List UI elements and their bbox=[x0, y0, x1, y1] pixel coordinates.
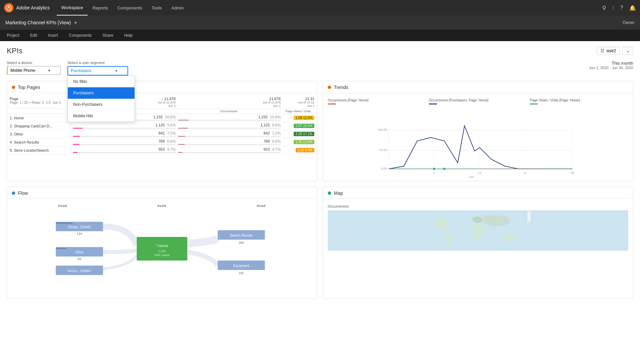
trend-legend-3: Page Views / Visits [Page: Home] bbox=[530, 98, 628, 104]
trend-line-1 bbox=[328, 103, 336, 104]
segment-option-no-filter[interactable]: No filter bbox=[68, 76, 135, 87]
row-page-name: 4. Search Results bbox=[10, 140, 70, 144]
search-icon[interactable]: ⚲ bbox=[602, 5, 606, 11]
nav-right-icons: ⚲ ⁝ ? 🔔 bbox=[602, 5, 636, 11]
third-bar: Project Edit Insert Components Share Hel… bbox=[0, 30, 640, 41]
col-pvv-label: Page Views / Visits bbox=[281, 110, 314, 113]
nav-admin[interactable]: Admin bbox=[167, 0, 188, 16]
device-filter-group: Select a device: Mobile Phone ▼ bbox=[7, 61, 61, 75]
nav-workspace[interactable]: Workspace bbox=[57, 0, 88, 16]
svg-rect-21 bbox=[56, 222, 73, 224]
svg-text:Path Views: Path Views bbox=[154, 253, 170, 257]
expand-button[interactable]: ⌄ bbox=[622, 47, 633, 55]
owner-label: Owner bbox=[623, 20, 635, 25]
col-occ2-label: Occurrences bbox=[176, 110, 281, 113]
svg-text:1,232: 1,232 bbox=[158, 249, 166, 253]
svg-text:7: 7 bbox=[433, 171, 435, 175]
table-col-headers: Page Page: 1 / 25 > Rows: 5 1-5 Jun 1 ↓ … bbox=[7, 96, 317, 109]
flow-header: Flow bbox=[7, 187, 317, 199]
device-filter-label: Select a device: bbox=[7, 61, 61, 65]
svg-text:Shopp...Details: Shopp...Details bbox=[68, 225, 91, 229]
filter-icon: ☷ bbox=[601, 49, 604, 53]
row-occ1: 1,125 9.6% bbox=[70, 123, 176, 129]
menu-edit[interactable]: Edit bbox=[29, 33, 38, 38]
date-range-sub: Jun 1, 2020 - Jun 30, 2020 bbox=[589, 66, 633, 70]
kpis-controls: ☷ sistr2 ⌄ bbox=[597, 47, 633, 55]
segment-filter-label: Select a user segment: bbox=[67, 61, 128, 65]
flow-container: PAGE PAGE PAGE Shopp...Details 114 bbox=[7, 202, 317, 296]
menu-project[interactable]: Project bbox=[5, 33, 21, 38]
table-subheaders: Occurrences Occurrences Page Views / Vis… bbox=[7, 109, 317, 114]
notifications-icon[interactable]: 🔔 bbox=[629, 5, 636, 11]
row-occ1: 842 7.2% bbox=[70, 131, 176, 137]
row-page-name: 2. Shopping Cart|Cart D... bbox=[10, 124, 70, 128]
filters-row: Select a device: Mobile Phone ▼ Select a… bbox=[7, 61, 633, 75]
trend-label-3: Page Views / Visits [Page: Home] bbox=[530, 98, 628, 102]
trend-line-3 bbox=[530, 103, 538, 104]
svg-rect-29 bbox=[137, 237, 187, 261]
svg-text:Accou...rmation: Accou...rmation bbox=[68, 269, 91, 273]
svg-text:Jun: Jun bbox=[469, 175, 474, 179]
svg-text:⊕: ⊕ bbox=[528, 220, 529, 222]
date-range-title: This month bbox=[589, 61, 633, 66]
trends-chart-svg: 0.00 50.00 100.00 bbox=[328, 107, 628, 175]
device-dropdown-arrow: ▼ bbox=[48, 69, 51, 72]
trend-legend-1: Occurrences [Page: Home] bbox=[328, 98, 426, 104]
chevron-down-icon: ⌄ bbox=[626, 49, 630, 53]
favorite-icon[interactable]: ★ bbox=[74, 20, 78, 25]
device-dropdown[interactable]: Mobile Phone ▼ bbox=[7, 66, 61, 75]
flow-col-headers-row: PAGE PAGE PAGE bbox=[12, 204, 312, 212]
row-occ2: 553 4.7% bbox=[176, 147, 281, 153]
row-pvv: 1.76 13.2% bbox=[281, 140, 314, 144]
row-occ1: 553 4.7% bbox=[70, 147, 176, 153]
world-map-svg: ⤢ + − ⊕ bbox=[328, 210, 628, 251]
svg-text:Other: Other bbox=[75, 250, 84, 254]
menu-help[interactable]: Help bbox=[123, 33, 134, 38]
filter-button[interactable]: ☷ sistr2 bbox=[597, 47, 620, 55]
menu-share[interactable]: Share bbox=[101, 33, 115, 38]
help-icon[interactable]: ? bbox=[620, 5, 623, 11]
map-header: Map bbox=[323, 187, 633, 199]
nav-reports[interactable]: Reports bbox=[88, 0, 113, 16]
main-nav: Workspace Reports Components Tools Admin bbox=[57, 0, 602, 16]
nav-components[interactable]: Components bbox=[113, 0, 147, 16]
flow-col-2-header: PAGE bbox=[114, 204, 210, 208]
device-dropdown-wrapper: Mobile Phone ▼ bbox=[7, 66, 61, 75]
segment-option-purchasers[interactable]: Purchasers bbox=[68, 87, 135, 99]
flow-body: PAGE PAGE PAGE Shopp...Details 114 bbox=[7, 199, 317, 299]
svg-text:28: 28 bbox=[571, 171, 574, 175]
top-navigation: Adobe Analytics Workspace Reports Compon… bbox=[0, 0, 640, 16]
svg-text:0.00: 0.00 bbox=[381, 167, 387, 170]
segment-value: Purchasers bbox=[71, 68, 91, 73]
row-pvv: 2.28 17.1% bbox=[281, 132, 314, 136]
row-occ1: 768 6.6% bbox=[70, 139, 176, 145]
apps-icon[interactable]: ⁝ bbox=[612, 5, 614, 11]
trends-container: Occurrences [Page: Home] Occurrences [Pu… bbox=[323, 96, 633, 178]
brand-logo[interactable]: Adobe Analytics bbox=[4, 3, 50, 12]
flow-panel: Flow PAGE PAGE PAGE Shopp...Details bbox=[7, 187, 317, 299]
brand-name: Adobe Analytics bbox=[16, 5, 50, 10]
main-content: KPIs ☷ sistr2 ⌄ Select a device: Mobile … bbox=[0, 41, 640, 364]
nav-tools[interactable]: Tools bbox=[147, 0, 167, 16]
table-row: 3. Other 842 7.2% 842 7.2% 2.28 17.1% bbox=[7, 130, 317, 138]
menu-insert[interactable]: Insert bbox=[47, 33, 59, 38]
kpis-title: KPIs bbox=[7, 47, 22, 55]
menu-components[interactable]: Components bbox=[67, 33, 93, 38]
flow-dot bbox=[12, 191, 15, 195]
trends-dot bbox=[328, 86, 331, 89]
row-occ2: 842 7.2% bbox=[176, 131, 281, 137]
table-row: 2. Shopping Cart|Cart D... 1,125 9.6% 1,… bbox=[7, 122, 317, 130]
segment-option-mobile-hits[interactable]: Mobile Hits bbox=[68, 110, 135, 122]
segment-dropdown[interactable]: Purchasers ▼ bbox=[67, 66, 128, 75]
segment-option-non-purchasers[interactable]: Non-Purchasers bbox=[68, 99, 135, 110]
map-container: Occurrences bbox=[323, 202, 633, 253]
svg-text:100.00: 100.00 bbox=[378, 128, 387, 131]
kpis-header: KPIs ☷ sistr2 ⌄ bbox=[7, 47, 633, 55]
trends-title: Trends bbox=[334, 85, 348, 90]
map-dot bbox=[328, 191, 331, 195]
flow-col-3-header: PAGE bbox=[213, 204, 310, 208]
svg-text:265: 265 bbox=[239, 241, 244, 244]
row-pvv: 1.25 9.4% bbox=[281, 148, 314, 152]
top-pages-table: 1. Home 1,232 10.6% 1,232 10.6% 1.59 12.… bbox=[7, 114, 317, 154]
row-page-name: 5. Store Locator|Search bbox=[10, 148, 70, 152]
